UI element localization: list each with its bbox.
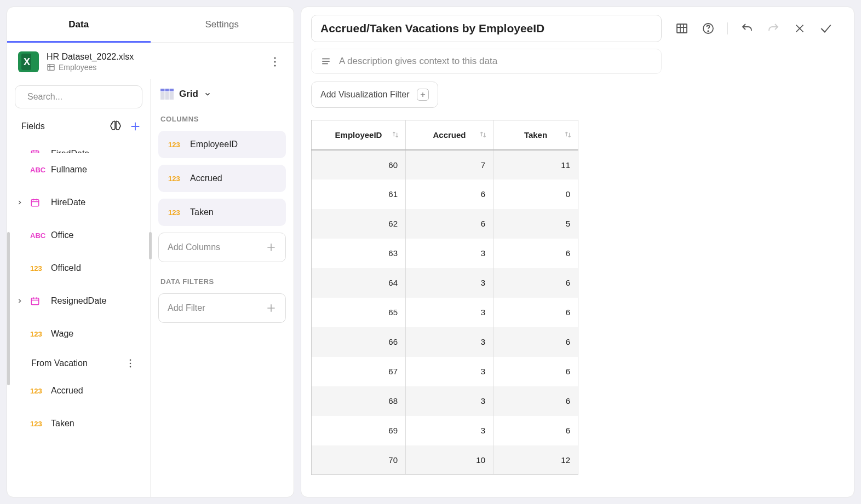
scrollbar[interactable] — [7, 232, 10, 385]
visualization-type-label: Grid — [179, 89, 198, 100]
datasource-more-button[interactable] — [267, 54, 283, 69]
visualization-type-selector[interactable]: Grid — [158, 89, 286, 100]
chevron-right-icon — [17, 200, 25, 205]
field-item[interactable]: ResignedDate — [17, 285, 146, 317]
close-icon — [794, 22, 806, 34]
right-panel: Accrued/Taken Vacations by EmployeeID — [301, 7, 854, 497]
search-input[interactable] — [27, 92, 137, 102]
help-icon — [702, 22, 715, 35]
svg-rect-6 — [31, 200, 39, 206]
more-vertical-icon — [271, 56, 279, 67]
search-box[interactable] — [15, 85, 142, 108]
field-name: FiredDate — [51, 149, 89, 153]
number-type-icon: 123 — [168, 175, 183, 183]
table-row[interactable]: 6536 — [312, 298, 578, 327]
table-row[interactable]: 6336 — [312, 239, 578, 268]
add-columns-dropzone[interactable]: Add Columns — [158, 233, 286, 262]
chevron-right-icon — [17, 298, 25, 304]
visualization-title-input[interactable]: Accrued/Taken Vacations by EmployeeID — [311, 15, 662, 42]
confirm-button[interactable] — [819, 21, 833, 36]
svg-rect-11 — [160, 89, 174, 91]
add-filter-dropzone[interactable]: Add Filter — [158, 293, 286, 323]
field-item[interactable]: ABCFullname — [17, 153, 146, 186]
field-name: ResignedDate — [51, 296, 106, 306]
columns-section-label: COLUMNS — [158, 115, 286, 123]
cell-taken: 6 — [493, 357, 578, 386]
table-row[interactable]: 6636 — [312, 327, 578, 357]
undo-button[interactable] — [740, 21, 754, 36]
tab-data[interactable]: Data — [7, 7, 151, 42]
cell-taken: 6 — [493, 268, 578, 298]
cancel-button[interactable] — [793, 21, 807, 36]
table-row[interactable]: 6265 — [312, 209, 578, 239]
svg-point-8 — [130, 360, 131, 361]
data-table: EmployeeID Accrued Taken 607116160 — [311, 120, 578, 475]
cell-accrued: 6 — [406, 209, 493, 239]
svg-point-10 — [130, 366, 131, 368]
column-pill[interactable]: 123Accrued — [158, 165, 286, 192]
column-header-employeeid[interactable]: EmployeeID — [312, 120, 406, 150]
column-header-taken[interactable]: Taken — [493, 120, 578, 150]
table-row[interactable]: 6836 — [312, 386, 578, 416]
datasource-sheet: Employees — [47, 63, 260, 72]
table-row[interactable]: 701012 — [312, 445, 578, 475]
add-viz-filter-button[interactable]: Add Visualization Filter — [311, 82, 438, 108]
svg-point-9 — [130, 363, 131, 364]
number-type-icon: 123 — [168, 141, 183, 149]
help-button[interactable] — [701, 21, 715, 36]
cell-taken: 6 — [493, 386, 578, 416]
field-item[interactable]: 123Taken — [17, 407, 146, 440]
table-row[interactable]: 60711 — [312, 150, 578, 179]
brain-icon — [109, 120, 122, 133]
cell-employeeid: 60 — [312, 150, 406, 179]
description-placeholder: A description gives context to this data — [339, 56, 497, 67]
table-row[interactable]: 6736 — [312, 357, 578, 386]
column-pill-label: Taken — [190, 207, 214, 217]
tab-settings[interactable]: Settings — [151, 7, 294, 42]
cell-taken: 0 — [493, 179, 578, 209]
cell-accrued: 6 — [406, 179, 493, 209]
svg-rect-0 — [48, 65, 54, 71]
number-type-icon: 123 — [30, 420, 45, 428]
datasource-title: HR Dataset_2022.xlsx — [47, 52, 260, 62]
description-input[interactable]: A description gives context to this data — [311, 49, 662, 74]
field-item[interactable]: HireDate — [17, 186, 146, 219]
cell-taken: 6 — [493, 298, 578, 327]
field-item[interactable]: FiredDate — [17, 137, 146, 153]
field-item[interactable]: 123Accrued — [17, 374, 146, 407]
cell-employeeid: 69 — [312, 416, 406, 445]
ai-suggest-button[interactable] — [108, 119, 123, 134]
column-pill[interactable]: 123EmployeeID — [158, 131, 286, 158]
table-row[interactable]: 6160 — [312, 179, 578, 209]
add-filter-label: Add Filter — [168, 303, 266, 313]
field-name: OfficeId — [51, 263, 81, 273]
column-header-accrued[interactable]: Accrued — [406, 120, 493, 150]
cell-employeeid: 63 — [312, 239, 406, 268]
group-more-button[interactable] — [123, 356, 138, 371]
cell-accrued: 3 — [406, 416, 493, 445]
cell-accrued: 3 — [406, 386, 493, 416]
column-pill[interactable]: 123Taken — [158, 199, 286, 226]
cell-employeeid: 62 — [312, 209, 406, 239]
date-type-icon — [30, 296, 45, 306]
sort-icon — [391, 130, 400, 139]
table-row[interactable]: 6936 — [312, 416, 578, 445]
text-type-icon: ABC — [30, 166, 45, 174]
field-item[interactable]: ABCOffice — [17, 219, 146, 252]
svg-point-3 — [274, 65, 275, 66]
svg-rect-14 — [169, 89, 170, 100]
table-view-button[interactable] — [675, 21, 689, 36]
scrollbar[interactable] — [149, 232, 152, 259]
redo-button[interactable] — [766, 21, 780, 36]
config-column: Grid COLUMNS 123EmployeeID123Accrued123T… — [151, 79, 294, 497]
field-item[interactable]: 123OfficeId — [17, 252, 146, 285]
plus-icon — [129, 120, 141, 132]
field-item[interactable]: 123Wage — [17, 317, 146, 350]
cell-accrued: 3 — [406, 239, 493, 268]
number-type-icon: 123 — [30, 387, 45, 395]
column-pill-label: EmployeeID — [190, 140, 238, 149]
filters-section-label: DATA FILTERS — [158, 277, 286, 286]
add-field-button[interactable] — [128, 119, 142, 134]
table-row[interactable]: 6436 — [312, 268, 578, 298]
menu-icon — [320, 56, 331, 66]
